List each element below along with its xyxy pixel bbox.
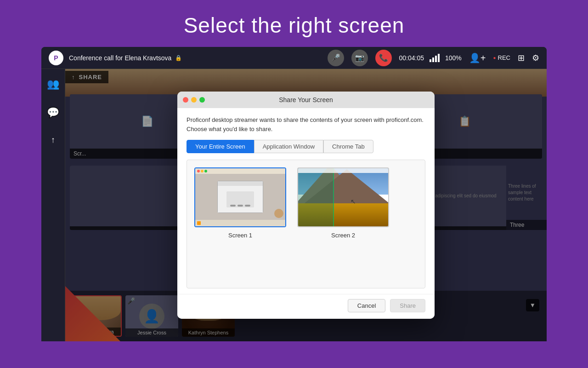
s1-taskbar-icon [197,221,201,225]
signal-bar-3 [435,56,437,62]
s1-red-dot [197,170,200,172]
screen-2-preview [297,167,389,227]
s1-green-dot [204,170,207,172]
sidebar-item-share[interactable]: ↑ [47,132,59,149]
settings-button[interactable]: ⚙ [532,53,539,63]
screen2-content [298,168,388,226]
s1-ctrl-2 [237,205,243,207]
s1-menubar [195,168,285,174]
app-window: P Conference call for Elena Kravtsova 🔒 … [41,47,547,341]
s1-window [217,181,263,213]
page-header: Select the right screen [0,0,588,47]
minimize-traffic-light[interactable] [191,97,197,103]
main-content: ↑ SHARE 📄 Scr... 📊 [65,69,547,341]
signal-bar-2 [432,58,434,62]
rec-dot: ● [493,55,496,60]
title-bar: P Conference call for Elena Kravtsova 🔒 … [41,47,547,69]
share-dialog: Share Your Screen Proficonf desktop stre… [177,92,435,319]
rec-label: REC [498,54,510,61]
screen-1-item[interactable]: Screen 1 [194,167,286,239]
signal-bars [430,54,440,62]
screen-2-item[interactable]: Screen 2 [297,167,389,239]
tab-entire-screen[interactable]: Your Entire Screen [187,140,254,153]
sidebar-item-participants[interactable]: 👥 [43,75,63,94]
dialog-title: Share Your Screen [279,96,333,104]
video-button[interactable]: 📷 [351,50,368,66]
screen-1-preview [194,167,286,227]
dialog-footer: Cancel Share [177,294,435,319]
s1-controls [230,205,250,207]
meeting-title: Conference call for Elena Kravtsova 🔒 [69,54,322,62]
sidebar-item-chat[interactable]: 💬 [43,103,63,122]
dialog-description: Proficonf desktop streamer wants to shar… [187,115,425,133]
screen-1-label: Screen 1 [228,232,252,239]
s1-inner [226,191,254,207]
s2-overlay [298,168,334,226]
cancel-button[interactable]: Cancel [348,299,385,312]
titlebar-controls: 🎤 📷 📞 00:04:05 100% 👤+ ● REC ⊞ ⚙ [328,50,540,66]
screens-grid: Screen 1 [194,167,418,239]
screen1-content [195,168,285,226]
page-title: Select the right screen [0,13,588,38]
s1-taskbar [195,220,285,226]
s1-avatar [274,209,283,218]
s1-ctrl-1 [230,205,236,207]
screens-area: Screen 1 [187,160,425,288]
call-timer: 00:04:05 [399,54,424,62]
tab-bar: Your Entire Screen Application Window Ch… [187,140,425,153]
s2-menubar [298,168,388,173]
tab-application-window[interactable]: Application Window [254,140,323,153]
fullscreen-traffic-light[interactable] [199,97,205,103]
app-logo: P [49,51,63,65]
s1-body [195,174,285,220]
s1-ctrl-3 [245,205,250,207]
timer-info: 00:04:05 100% [399,54,462,62]
sidebar: 👥 💬 ↑ [41,69,65,341]
s1-win-body [218,186,263,213]
dialog-traffic-lights [183,97,205,103]
screen-2-label: Screen 2 [331,232,355,239]
close-traffic-light[interactable] [183,97,188,103]
signal-bar-4 [438,54,440,62]
mic-button[interactable]: 🎤 [328,50,344,66]
s1-yellow-dot [201,170,204,172]
share-button[interactable]: Share [390,299,425,312]
end-call-button[interactable]: 📞 [375,50,392,66]
layout-button[interactable]: ⊞ [518,53,525,63]
modal-overlay: Share Your Screen Proficonf desktop stre… [65,69,547,341]
record-button[interactable]: ● REC [493,54,511,61]
s1-win-bar [218,181,263,186]
add-user-button[interactable]: 👤+ [469,52,486,63]
signal-percent: 100% [445,54,462,62]
tab-chrome-tab[interactable]: Chrome Tab [323,140,373,153]
lock-icon: 🔒 [175,55,182,61]
signal-bar-1 [430,59,431,62]
app-body: 👥 💬 ↑ ↑ SHARE 📄 Scr... [41,69,547,341]
dialog-body: Proficonf desktop streamer wants to shar… [177,108,435,294]
dialog-titlebar: Share Your Screen [177,92,435,108]
